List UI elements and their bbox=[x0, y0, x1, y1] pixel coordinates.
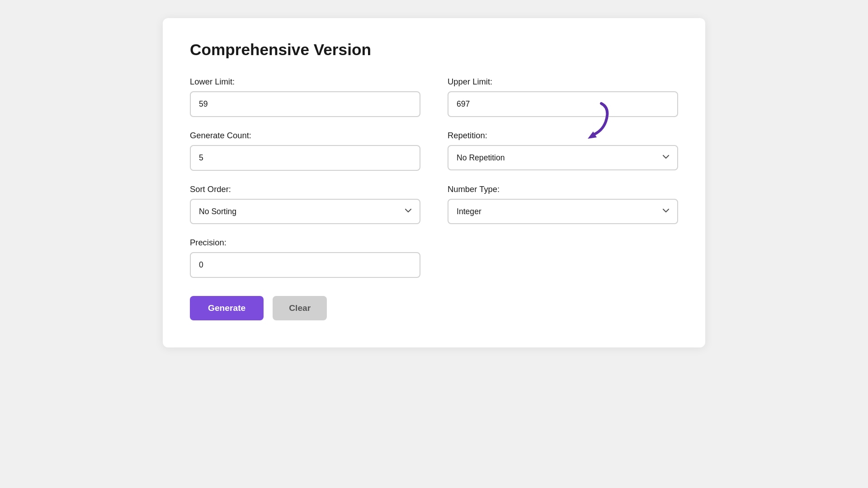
repetition-group: Repetition: With Repetition No Repetitio… bbox=[448, 131, 678, 171]
number-type-label: Number Type: bbox=[448, 184, 678, 194]
generate-count-label: Generate Count: bbox=[190, 131, 420, 141]
generate-count-input[interactable] bbox=[190, 145, 420, 171]
sort-order-select[interactable]: No Sorting Ascending Descending bbox=[190, 199, 420, 224]
precision-group: Precision: bbox=[190, 238, 420, 278]
upper-limit-group: Upper Limit: bbox=[448, 77, 678, 117]
lower-limit-label: Lower Limit: bbox=[190, 77, 420, 87]
lower-limit-input[interactable] bbox=[190, 91, 420, 117]
generate-button[interactable]: Generate bbox=[190, 296, 264, 320]
lower-limit-group: Lower Limit: bbox=[190, 77, 420, 117]
number-type-select-wrapper: Integer Decimal bbox=[448, 199, 678, 224]
repetition-label: Repetition: bbox=[448, 131, 678, 141]
precision-label: Precision: bbox=[190, 238, 420, 248]
number-type-group: Number Type: Integer Decimal bbox=[448, 184, 678, 224]
sort-order-select-wrapper: No Sorting Ascending Descending bbox=[190, 199, 420, 224]
sort-order-group: Sort Order: No Sorting Ascending Descend… bbox=[190, 184, 420, 224]
main-card: Comprehensive Version Lower Limit: Upper… bbox=[163, 18, 705, 347]
sort-order-label: Sort Order: bbox=[190, 184, 420, 194]
clear-button[interactable]: Clear bbox=[273, 296, 327, 320]
upper-limit-label: Upper Limit: bbox=[448, 77, 678, 87]
buttons-row: Generate Clear bbox=[190, 296, 420, 320]
precision-input[interactable] bbox=[190, 252, 420, 278]
upper-limit-input[interactable] bbox=[448, 91, 678, 117]
page-title: Comprehensive Version bbox=[190, 41, 678, 59]
form-grid: Lower Limit: Upper Limit: Generate Count… bbox=[190, 77, 678, 320]
repetition-select[interactable]: With Repetition No Repetition bbox=[448, 145, 678, 170]
repetition-select-wrapper: With Repetition No Repetition bbox=[448, 145, 678, 170]
number-type-select[interactable]: Integer Decimal bbox=[448, 199, 678, 224]
generate-count-group: Generate Count: bbox=[190, 131, 420, 171]
